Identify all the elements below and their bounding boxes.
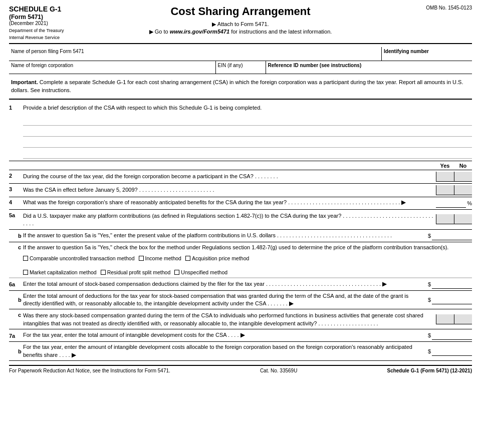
form-date: (December 2021): [9, 21, 89, 26]
checkbox-5[interactable]: [174, 270, 179, 275]
q6a-input[interactable]: [432, 280, 472, 289]
q6c-num: c: [9, 311, 23, 327]
no-header: No: [454, 163, 472, 169]
ein-label: EIN (if any): [216, 61, 266, 74]
q7b-dots: . . . .: [59, 352, 70, 358]
checkbox-label-3: Market capitalization method: [30, 269, 97, 275]
q2-label: During the course of the tax year, did t…: [23, 173, 254, 179]
q3-yes-box[interactable]: [436, 185, 454, 195]
q7a-input[interactable]: [432, 331, 472, 340]
q4-pct-input[interactable]: [436, 199, 466, 208]
q7b-answer: $: [428, 347, 472, 356]
q7a-answer: $: [428, 331, 472, 340]
q6b-row: b Enter the total amount of deductions f…: [9, 291, 472, 310]
q3-num: 3: [9, 185, 23, 195]
q7b-dollar: $: [428, 348, 431, 354]
important-text: Complete a separate Schedule G-1 for eac…: [11, 79, 463, 94]
q3-row: 3 Was the CSA in effect before January 5…: [9, 184, 472, 197]
q5b-label: If the answer to question 5a is "Yes," e…: [23, 232, 276, 238]
q5a-text: Did a U.S. taxpayer make any platform co…: [23, 211, 436, 228]
q2-row: 2 During the course of the tax year, did…: [9, 170, 472, 184]
q6b-arrow: ▶: [289, 300, 293, 306]
dept1: Department of the Treasury: [9, 28, 89, 33]
q2-answers: [436, 172, 472, 182]
q3-text: Was the CSA in effect before January 5, …: [23, 185, 436, 195]
q6a-num: 6a: [9, 281, 23, 287]
header-left: SCHEDULE G-1 (Form 5471) (December 2021)…: [9, 5, 89, 40]
q6a-dollar: $: [428, 281, 431, 287]
q6c-yes-box[interactable]: [436, 314, 454, 324]
important-label: Important.: [11, 79, 38, 85]
q5b-input[interactable]: [432, 231, 472, 240]
q5a-no-box[interactable]: [454, 214, 472, 224]
q5b-answer: $: [428, 231, 472, 240]
ref-label-bold: Reference ID number (see instructions): [268, 63, 362, 68]
q2-dots: . . . . . . . .: [255, 173, 278, 179]
header-right: OMB No. 1545-0123: [392, 5, 472, 11]
q1-num: 1: [9, 104, 23, 111]
q5a-num: 5a: [9, 211, 23, 228]
checkbox-4[interactable]: [101, 270, 106, 275]
q6b-text: Enter the total amount of deductions for…: [23, 292, 428, 308]
q2-no-box[interactable]: [454, 172, 472, 182]
checkbox-label-5: Unspecified method: [181, 269, 227, 275]
dept2: Internal Revenue Service: [9, 35, 89, 40]
q4-num: 4: [9, 199, 23, 205]
q4-pct-symbol: %: [467, 200, 472, 206]
q7a-num: 7a: [9, 332, 23, 339]
attach-text1: ▶ Attach to Form 5471.: [212, 21, 269, 27]
checkbox-label-2: Acquisition price method: [192, 255, 249, 261]
checkbox-3[interactable]: [23, 270, 28, 275]
q3-no-box[interactable]: [454, 185, 472, 195]
q5c-checkboxes: Comparable uncontrolled transaction meth…: [9, 253, 472, 278]
q5c-row: c If the answer to question 5a is "Yes,"…: [9, 242, 472, 253]
q6a-row: 6a Enter the total amount of stock-based…: [9, 278, 472, 291]
checkbox-0[interactable]: [23, 256, 28, 261]
q5b-num: b: [9, 232, 23, 239]
q7b-arrow: ▶: [72, 352, 76, 358]
q5c-text: If the answer to question 5a is "Yes," c…: [23, 244, 472, 251]
name-row: Name of person filing Form 5471 Identify…: [9, 47, 472, 61]
q5a-row: 5a Did a U.S. taxpayer make any platform…: [9, 210, 472, 230]
header-center: Cost Sharing Arrangement ▶ Attach to For…: [89, 5, 392, 36]
id-label: Identifying number: [382, 47, 472, 61]
q5a-yes-box[interactable]: [436, 214, 454, 224]
attach-line2: ▶ Go to www.irs.gov/Form5471 for instruc…: [94, 29, 387, 35]
checkbox-item-5: Unspecified method: [174, 269, 227, 275]
q4-arrow: ▶: [401, 199, 405, 205]
attach-line1: ▶ Attach to Form 5471.: [94, 21, 387, 28]
q4-dots: . . . . . . . . . . . . . . . . . . . . …: [288, 199, 400, 205]
q5b-row: b If the answer to question 5a is "Yes,"…: [9, 230, 472, 242]
corp-row: Name of foreign corporation EIN (if any)…: [9, 61, 472, 74]
q6b-input[interactable]: [432, 295, 472, 304]
q1-row: 1 Provide a brief description of the CSA…: [9, 103, 472, 114]
q6c-answers: [436, 311, 472, 327]
q4-row: 4 What was the foreign corporation's sha…: [9, 197, 472, 210]
q6b-dots: . . . . . . .: [268, 300, 288, 306]
q7a-label: For the tax year, enter the total amount…: [23, 332, 226, 338]
q6c-text: Was there any stock-based compensation g…: [23, 311, 436, 327]
important-note: Important. Complete a separate Schedule …: [9, 74, 472, 100]
q6b-label: Enter the total amount of deductions for…: [23, 293, 408, 306]
q5a-label: Did a U.S. taxpayer make any platform co…: [23, 213, 341, 219]
yes-header: Yes: [436, 163, 454, 169]
q6c-row: c Was there any stock-based compensation…: [9, 309, 472, 329]
footer-left: For Paperwork Reduction Act Notice, see …: [9, 368, 170, 373]
q6c-no-box[interactable]: [454, 314, 472, 324]
main-title: Cost Sharing Arrangement: [94, 5, 387, 18]
q4-answer: %: [436, 199, 472, 208]
q6a-arrow: ▶: [382, 281, 386, 287]
checkbox-2[interactable]: [185, 256, 190, 261]
q5b-dots: . . . . . . . . . . . . . . . . . . . . …: [277, 232, 392, 238]
checkbox-1[interactable]: [139, 256, 144, 261]
attach-text2: ▶ Go to www.irs.gov/Form5471 for instruc…: [149, 29, 332, 35]
q3-dots: . . . . . . . . . . . . . . . . . . . . …: [139, 187, 214, 193]
q6b-answer: $: [428, 295, 472, 304]
q7a-dollar: $: [428, 332, 431, 338]
q5c-num: c: [9, 244, 23, 250]
q2-yes-box[interactable]: [436, 172, 454, 182]
q3-answers: [436, 185, 472, 195]
q7a-arrow: ▶: [241, 332, 245, 338]
desc-line-1: [23, 116, 472, 126]
q7b-input[interactable]: [432, 347, 472, 356]
